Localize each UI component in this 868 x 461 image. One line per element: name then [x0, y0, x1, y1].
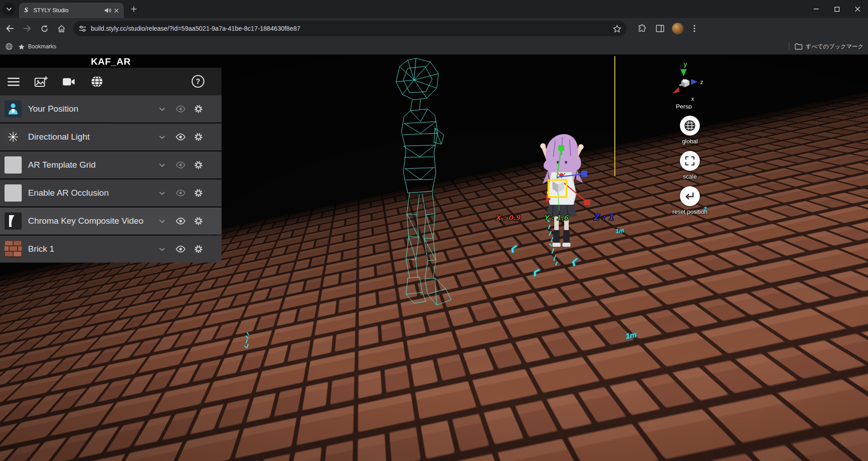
- menu-button[interactable]: [4, 72, 24, 92]
- add-asset-button[interactable]: [31, 72, 51, 92]
- tab-close-icon[interactable]: [112, 6, 120, 14]
- menu-dots-icon[interactable]: [687, 21, 702, 36]
- gear-icon[interactable]: [192, 158, 205, 172]
- camera-button[interactable]: [59, 72, 79, 92]
- chevron-down-icon: [6, 7, 12, 11]
- axis-x-cone[interactable]: [672, 87, 679, 94]
- styly-favicon-icon: S: [23, 7, 30, 14]
- gear-icon[interactable]: [192, 242, 205, 256]
- axis-orientation-gizmo[interactable]: y z x Persp: [661, 59, 711, 109]
- axis-x-label: x: [691, 95, 694, 102]
- gear-icon[interactable]: [192, 130, 205, 144]
- reset-position-label: reset position: [663, 208, 717, 215]
- tab-strip: S STYLY Studio: [0, 0, 868, 18]
- layer-label: Your Position: [28, 104, 78, 114]
- person-avatar-icon: [5, 100, 22, 118]
- layers-panel: ? Your Position Directio: [0, 68, 222, 263]
- eye-icon[interactable]: [174, 102, 187, 116]
- reload-button[interactable]: [37, 21, 52, 36]
- minimize-button[interactable]: [806, 0, 826, 18]
- help-icon: ?: [191, 75, 205, 88]
- layer-row-brick-1[interactable]: Brick 1: [0, 235, 222, 263]
- gizmo-y-handle[interactable]: [558, 145, 564, 151]
- globe-icon: [91, 75, 103, 88]
- bookmarks-bar: Bookmarks すべてのブックマーク: [0, 39, 868, 55]
- chevron-down-icon[interactable]: [155, 130, 169, 144]
- layer-label: Enable AR Occlusion: [28, 188, 109, 198]
- help-button[interactable]: ?: [188, 71, 208, 91]
- side-panel-icon[interactable]: [653, 21, 667, 36]
- gear-icon[interactable]: [192, 214, 205, 228]
- eye-icon[interactable]: [174, 214, 187, 228]
- layer-row-ar-template-grid[interactable]: AR Template Grid: [0, 151, 222, 179]
- global-tool[interactable]: global: [663, 116, 717, 151]
- light-rays-icon: [5, 128, 22, 146]
- close-window-button[interactable]: [847, 0, 868, 18]
- url-text[interactable]: build.styly.cc/studio/release/?id=59aa50…: [91, 25, 613, 32]
- tab-search-button[interactable]: [3, 3, 15, 15]
- layer-row-directional-light[interactable]: Directional Light: [0, 123, 222, 151]
- all-bookmarks-button[interactable]: すべてのブックマーク: [789, 42, 863, 51]
- home-button[interactable]: [54, 21, 69, 36]
- address-bar[interactable]: build.styly.cc/studio/release/?id=59aa50…: [73, 21, 627, 36]
- reset-position-tool[interactable]: reset position: [663, 186, 717, 221]
- grid-chevron-mark: ❮: [571, 256, 578, 267]
- layer-row-your-position[interactable]: Your Position: [0, 95, 222, 122]
- bookmark-star-icon[interactable]: [613, 25, 621, 33]
- globe-icon: [5, 43, 13, 50]
- tab-title: STYLY Studio: [33, 7, 104, 14]
- chevron-down-icon[interactable]: [155, 102, 169, 116]
- layer-label: Directional Light: [28, 132, 90, 142]
- gizmo-x-handle[interactable]: [584, 199, 590, 205]
- bookmark-globe-item[interactable]: [5, 43, 13, 50]
- eye-icon[interactable]: [174, 158, 187, 172]
- distance-marker-1m: 1m: [615, 227, 624, 235]
- chevron-down-icon[interactable]: [155, 158, 169, 172]
- new-tab-button[interactable]: [127, 3, 140, 15]
- z-coordinate-label: Z : 1: [593, 212, 613, 222]
- extensions-icon[interactable]: [635, 21, 649, 36]
- plain-thumbnail-icon: [5, 156, 22, 174]
- chevron-down-icon[interactable]: [155, 186, 169, 200]
- tab-styly-studio[interactable]: S STYLY Studio: [19, 3, 124, 18]
- add-image-icon: [34, 76, 48, 88]
- axis-y-label: y: [684, 61, 687, 68]
- back-button[interactable]: [3, 21, 17, 36]
- layer-row-enable-ar-occlusion[interactable]: Enable AR Occlusion: [0, 179, 222, 207]
- scale-tool[interactable]: scale: [663, 151, 717, 186]
- profile-avatar[interactable]: [672, 23, 684, 34]
- reset-position-button[interactable]: [680, 186, 700, 206]
- chroma-key-thumbnail-icon: [5, 212, 22, 230]
- gizmo-z-handle[interactable]: [581, 171, 587, 177]
- gear-icon[interactable]: [192, 102, 205, 116]
- expand-arrows-icon: [685, 156, 695, 166]
- chevron-down-icon[interactable]: [155, 242, 169, 256]
- gear-icon[interactable]: [192, 186, 205, 200]
- y-coordinate-label: Y : 1.6: [544, 214, 568, 222]
- bookmark-item[interactable]: Bookmarks: [18, 43, 57, 50]
- forward-button[interactable]: [20, 21, 34, 36]
- site-info-icon[interactable]: [79, 25, 86, 32]
- eye-icon[interactable]: [174, 242, 187, 256]
- distant-cyan-marker: [242, 331, 252, 349]
- eye-icon[interactable]: [174, 186, 187, 200]
- eye-icon[interactable]: [174, 130, 187, 144]
- viewport-tools: global scale reset position: [663, 116, 717, 221]
- x-coordinate-label: X : 0.9: [495, 214, 520, 222]
- scale-button[interactable]: [680, 151, 700, 171]
- chevron-down-icon[interactable]: [155, 214, 169, 228]
- brick-texture-icon: [5, 240, 22, 258]
- maximize-button[interactable]: [826, 0, 847, 18]
- hamburger-icon: [8, 77, 19, 86]
- layer-label: AR Template Grid: [28, 160, 96, 170]
- scene-title: KAF_AR: [0, 56, 222, 67]
- tab-audio-icon[interactable]: [104, 6, 112, 14]
- axis-z-cone[interactable]: [691, 79, 698, 85]
- transform-gizmo[interactable]: [515, 127, 615, 226]
- global-button[interactable]: [680, 116, 700, 136]
- video-camera-icon: [62, 77, 75, 86]
- axis-y-cone[interactable]: [680, 69, 687, 76]
- layer-row-chroma-key-composite-video[interactable]: Chroma Key Composite Video: [0, 207, 222, 235]
- wireframe-humanoid[interactable]: [388, 56, 460, 309]
- publish-button[interactable]: [87, 72, 107, 92]
